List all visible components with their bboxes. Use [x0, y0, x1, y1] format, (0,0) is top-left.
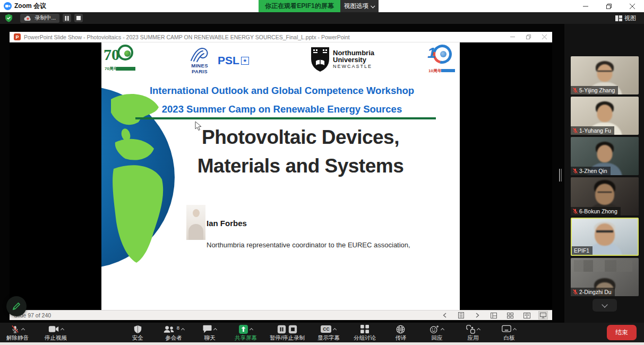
scroll-participants-down-button[interactable] [593, 299, 617, 312]
view-layout-button[interactable]: 视图 [613, 13, 639, 23]
northumbria-line2: University [333, 56, 374, 63]
meeting-security-shield-icon[interactable] [5, 14, 13, 22]
slideshow-view-button[interactable] [538, 311, 548, 320]
panel-resize-handle[interactable] [559, 169, 563, 182]
powerpoint-statusbar: Slide 97 of 240 [10, 310, 552, 320]
logo-70-ring [117, 45, 133, 61]
share-screen-button[interactable]: 共享屏幕 [234, 323, 258, 342]
pause-stop-recording-button[interactable]: 暂停/停止录制 [270, 323, 305, 342]
stop-video-label: 停止视频 [45, 334, 67, 342]
slide-title-line1: Photovoltaic Devices, [170, 126, 431, 149]
participant-name-tag: 5-Yijing Zhang [571, 86, 618, 94]
breakout-rooms-button[interactable]: 分组讨论 [353, 323, 377, 342]
previous-slide-button[interactable] [440, 311, 449, 320]
chevron-up-icon[interactable] [513, 328, 517, 332]
slide-sorter-view-button[interactable] [505, 311, 515, 320]
chevron-up-icon[interactable] [21, 328, 25, 332]
mouse-cursor [195, 121, 202, 131]
reactions-label: 回应 [431, 334, 442, 342]
participants-icon [163, 325, 175, 333]
participant-tile[interactable]: 2-Dingzhi Du [571, 258, 639, 296]
participants-button[interactable]: 8 参会者 [161, 323, 186, 342]
green-divider-rule [135, 117, 436, 119]
chat-button[interactable]: 聊天 [198, 323, 222, 342]
share-screen-icon [239, 325, 248, 334]
logo-70-number: 70 [104, 46, 119, 64]
logo-10-banner [441, 69, 455, 72]
restore-button[interactable] [597, 0, 621, 12]
powerpoint-window-controls [504, 32, 552, 42]
chevron-up-icon[interactable] [60, 328, 64, 332]
annotation-pen-button[interactable] [6, 296, 27, 316]
chat-bubble-icon [203, 325, 212, 333]
workshop-heading-line2: 2023 Summer Camp on Renewable Energy Sou… [128, 104, 436, 115]
minimize-button[interactable] [574, 0, 597, 12]
chevron-up-icon[interactable] [333, 328, 337, 332]
share-screen-label: 共享屏幕 [235, 334, 257, 342]
northumbria-line3: NEWCASTLE [333, 63, 374, 70]
northumbria-line1: Northumbria [333, 49, 374, 56]
participant-name-tag: 3-Zhen Qin [571, 167, 611, 175]
close-button[interactable] [621, 0, 644, 12]
camera-icon [48, 325, 59, 333]
end-meeting-button[interactable]: 结束 [607, 325, 637, 340]
recording-label: 录制中... [35, 14, 56, 22]
stop-recording-icon [288, 325, 297, 334]
participant-name-tag: EPIF1 [572, 246, 593, 255]
meeting-toolbar: 解除静音 停止视频 安全 8 [0, 323, 644, 342]
chevron-up-icon[interactable] [181, 328, 185, 332]
participant-name-tag: 1-Yuhang Fu [571, 126, 614, 135]
ppt-close-button[interactable] [536, 32, 552, 42]
participant-name: 6-Bokun Zhong [579, 208, 617, 214]
app-title: Zoom 会议 [14, 2, 46, 11]
taskbar-edge [0, 342, 644, 345]
psl-label: PSL [218, 54, 239, 67]
security-button[interactable]: 安全 [125, 323, 150, 342]
unmute-button[interactable]: 解除静音 [5, 323, 30, 342]
stop-recording-button[interactable] [74, 14, 83, 22]
participant-name: 2-Dingzhi Du [579, 289, 612, 295]
participant-tile[interactable]: 5-Yijing Zhang [571, 56, 639, 94]
breakout-rooms-icon [360, 325, 369, 333]
show-captions-button[interactable]: CC 显示字幕 [316, 323, 341, 342]
chevron-down-icon [602, 301, 607, 307]
next-slide-button[interactable] [473, 311, 482, 320]
apps-button[interactable]: 应用 [461, 323, 485, 342]
powerpoint-titlebar[interactable]: P PowerPoint Slide Show - Photovioltaics… [10, 32, 552, 42]
meeting-bar: 录制中... 视图 [0, 12, 644, 24]
participant-tile[interactable]: 1-Yuhang Fu [571, 97, 639, 135]
slide-menu-button[interactable] [456, 311, 466, 320]
reading-view-button[interactable] [522, 311, 531, 320]
interpretation-button[interactable]: 传译 [389, 323, 413, 342]
cc-icon: CC [321, 325, 331, 333]
apps-icon [466, 325, 475, 334]
view-label: 视图 [624, 14, 636, 22]
participant-tile[interactable]: 6-Bokun Zhong [571, 177, 639, 215]
ppt-restore-button[interactable] [520, 32, 536, 42]
logo-10-number: 1 [427, 45, 436, 62]
normal-view-button[interactable] [489, 311, 499, 320]
ppt-minimize-button[interactable] [504, 32, 520, 42]
participant-name: 5-Yijing Zhang [579, 87, 615, 93]
chevron-up-icon[interactable] [477, 328, 480, 332]
window-controls [574, 0, 644, 12]
chevron-up-icon[interactable] [250, 328, 253, 332]
powerpoint-app-icon: P [14, 33, 21, 40]
whiteboard-button[interactable]: 白板 [497, 323, 521, 342]
northumbria-shield-icon [311, 47, 329, 72]
powerpoint-window-title: PowerPoint Slide Show - Photovioltaics -… [24, 34, 350, 40]
pause-recording-button[interactable] [63, 14, 71, 22]
whiteboard-icon [502, 325, 511, 333]
chevron-up-icon[interactable] [213, 328, 217, 332]
speaker-role: Northumbria representative coordinator t… [207, 241, 410, 249]
reactions-button[interactable]: 回应 [425, 323, 449, 342]
participant-name: EPIF1 [574, 247, 589, 254]
globe-icon [396, 325, 405, 334]
chevron-up-icon[interactable] [441, 328, 444, 332]
view-options-button[interactable]: 视图选项 [340, 0, 379, 12]
participant-tile-active-speaker[interactable]: EPIF1 [571, 218, 639, 256]
participant-tile[interactable]: 3-Zhen Qin [571, 137, 639, 175]
stop-video-button[interactable]: 停止视频 [44, 323, 68, 342]
logo-10-subtext: 10周年 [428, 68, 442, 74]
zoom-logo-icon [4, 2, 12, 10]
